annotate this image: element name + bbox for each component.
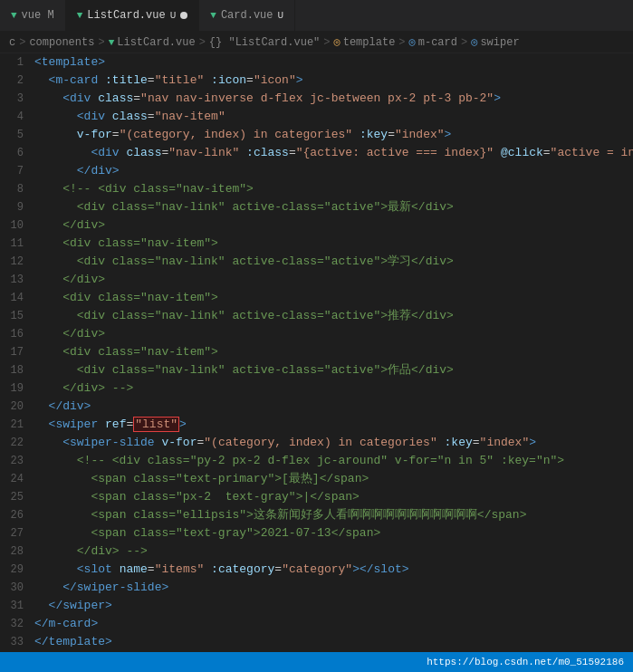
bc-label: template	[343, 36, 396, 49]
tab-modified-badge: U	[170, 10, 177, 21]
code-line: 27 <span class="text-gray">2021-07-13</s…	[0, 524, 633, 542]
line-number: 23	[0, 452, 34, 470]
line-content: <div class="nav-link" active-class="acti…	[34, 307, 633, 325]
code-line: 26 <span class="ellipsis">这条新闻好多人看啊啊啊啊啊啊…	[0, 506, 633, 524]
line-number: 2	[0, 72, 34, 90]
line-number: 19	[0, 379, 34, 398]
code-line: 21 <swiper ref="list">	[0, 416, 633, 434]
line-number: 4	[0, 108, 34, 126]
code-line: 20 </div>	[0, 398, 633, 416]
bc-sep: >	[19, 36, 25, 49]
line-content: </div>	[34, 216, 633, 235]
arrow-icon: ◎	[409, 35, 416, 49]
line-number: 10	[0, 216, 34, 235]
tab-listcard[interactable]: ▼ ListCard.vue U	[66, 0, 200, 31]
bc-sep: >	[98, 36, 104, 49]
code-line: 30 </swiper-slide>	[0, 579, 633, 597]
line-content: <span class="ellipsis">这条新闻好多人看啊啊啊啊啊啊啊啊啊…	[34, 506, 633, 524]
line-number: 29	[0, 561, 34, 579]
bc-sep: >	[323, 36, 330, 49]
line-number: 28	[0, 542, 34, 561]
line-number: 6	[0, 144, 34, 162]
tab-label: Card.vue	[221, 9, 273, 22]
line-number: 21	[0, 416, 34, 434]
code-line: 31 </swiper>	[0, 597, 633, 615]
vue-icon: ▼	[109, 37, 115, 48]
vue-icon: ▼	[77, 10, 83, 21]
line-content: <div class="nav-item">	[34, 235, 633, 253]
line-number: 15	[0, 307, 34, 325]
code-line: 17 <div class="nav-item">	[0, 343, 633, 361]
bc-label: {} "ListCard.vue"	[209, 36, 320, 49]
line-number: 3	[0, 90, 34, 108]
template-icon: ◎	[333, 35, 340, 49]
line-number: 5	[0, 126, 34, 144]
tab-label: vue M	[22, 9, 54, 22]
code-line: 28 </div> -->	[0, 542, 633, 561]
line-content: </swiper>	[34, 597, 633, 615]
code-line: 5 v-for="(category, index) in categories…	[0, 126, 633, 144]
code-line: 25 <span class="px-2 text-gray">|</span>	[0, 488, 633, 506]
line-content: <span class="px-2 text-gray">|</span>	[34, 488, 633, 506]
code-line: 23 <!-- <div class="py-2 px-2 d-flex jc-…	[0, 452, 633, 470]
code-line: 8 <!-- <div class="nav-item">	[0, 180, 633, 198]
code-line: 9 <div class="nav-link" active-class="ac…	[0, 198, 633, 216]
code-line: 11 <div class="nav-item">	[0, 235, 633, 253]
line-content: </swiper-slide>	[34, 579, 633, 597]
code-line: 32 </m-card>	[0, 615, 633, 633]
line-content: </div> -->	[34, 379, 633, 398]
line-number: 26	[0, 506, 34, 524]
line-content: </div>	[34, 325, 633, 343]
code-line: 1 <template>	[0, 53, 633, 72]
status-url: https://blog.csdn.net/m0_51592186	[427, 657, 624, 667]
line-content: </div>	[34, 398, 633, 416]
line-number: 7	[0, 162, 34, 180]
line-number: 25	[0, 488, 34, 506]
bc-item-swiper: ◎ swiper	[471, 35, 519, 49]
line-number: 9	[0, 198, 34, 216]
line-number: 14	[0, 289, 34, 307]
tab-vue-m[interactable]: ▼ vue M	[0, 0, 66, 31]
bc-item-json: {} "ListCard.vue"	[209, 36, 320, 49]
vue-icon: ▼	[11, 10, 17, 21]
line-content: <template>	[34, 53, 633, 72]
bc-sep: >	[398, 36, 405, 49]
line-content: <m-card :title="title" :icon="icon">	[34, 72, 633, 90]
line-number: 31	[0, 597, 34, 615]
line-content: <!-- <div class="nav-item">	[34, 180, 633, 198]
line-content: <div class="nav-item">	[34, 289, 633, 307]
line-content: <div class="nav-link" active-class="acti…	[34, 198, 633, 216]
line-number: 17	[0, 343, 34, 361]
code-line: 6 <div class="nav-link" :class="{active:…	[0, 144, 633, 162]
tab-label: ListCard.vue	[87, 9, 165, 22]
bc-item-template: ◎ template	[333, 35, 395, 49]
code-line: 3 <div class="nav nav-inverse d-flex jc-…	[0, 90, 633, 108]
bc-item-components: components	[29, 36, 94, 49]
bc-label: ListCard.vue	[117, 36, 195, 49]
bc-label: swiper	[480, 36, 519, 49]
code-line: 18 <div class="nav-link" active-class="a…	[0, 361, 633, 379]
line-number: 16	[0, 325, 34, 343]
line-content: <span class="text-gray">2021-07-13</span…	[34, 524, 633, 542]
line-number: 1	[0, 53, 34, 72]
line-number: 32	[0, 615, 34, 633]
line-content: </template>	[34, 633, 633, 647]
code-line: 2 <m-card :title="title" :icon="icon">	[0, 72, 633, 90]
line-content: <span class="text-primary">[最热]</span>	[34, 470, 633, 488]
line-number: 20	[0, 398, 34, 416]
status-bar: https://blog.csdn.net/m0_51592186	[0, 652, 633, 672]
code-line: 4 <div class="nav-item"	[0, 108, 633, 126]
bc-label: c	[9, 36, 15, 49]
tab-card[interactable]: ▼ Card.vue U	[199, 0, 295, 31]
line-content: </div>	[34, 271, 633, 289]
line-number: 12	[0, 253, 34, 271]
tab-unsaved-dot	[180, 12, 187, 19]
code-line: 19 </div> -->	[0, 379, 633, 398]
line-content: <div class="nav-link" active-class="acti…	[34, 361, 633, 379]
arrow-icon: ◎	[471, 35, 477, 49]
code-editor[interactable]: 1 <template> 2 <m-card :title="title" :i…	[0, 53, 633, 647]
code-line: 7 </div>	[0, 162, 633, 180]
code-line: 10 </div>	[0, 216, 633, 235]
line-content: v-for="(category, index) in categories" …	[34, 126, 633, 144]
code-line: 16 </div>	[0, 325, 633, 343]
